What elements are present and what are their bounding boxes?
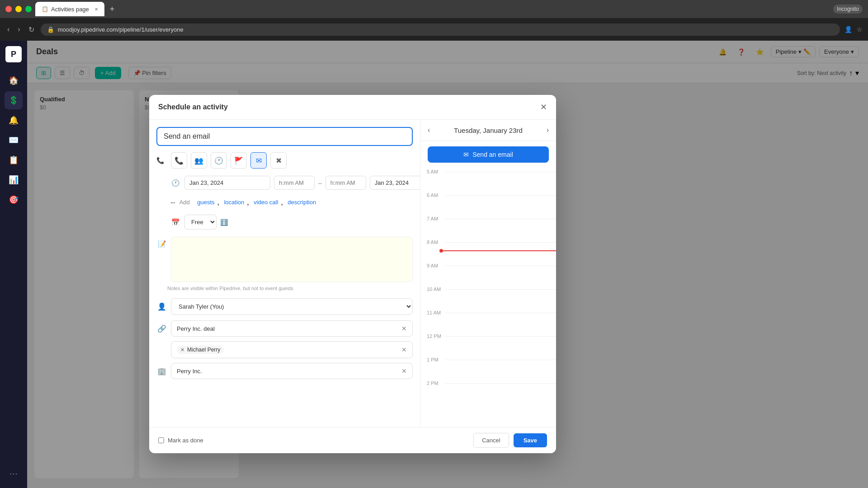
cancel-button[interactable]: Cancel: [473, 433, 509, 448]
type-flag-btn[interactable]: 🚩: [231, 152, 247, 169]
time-line: [445, 172, 556, 172]
tab-close-btn[interactable]: ✕: [94, 7, 98, 12]
window-min-btn[interactable]: [15, 6, 22, 12]
back-btn[interactable]: ‹: [5, 23, 11, 35]
sidebar-item-goals[interactable]: 🎯: [5, 191, 23, 209]
time-label-5am: 5 AM: [427, 168, 445, 174]
link-icon: 🔗: [156, 324, 167, 333]
type-deadline-btn[interactable]: 🕐: [211, 152, 227, 169]
sidebar-item-more[interactable]: ⋯: [5, 465, 23, 483]
extras-add-label: Add: [179, 199, 190, 206]
remove-contact-btn[interactable]: ✕: [180, 347, 184, 353]
end-time-input[interactable]: [326, 176, 366, 190]
busy-select[interactable]: Free Busy: [184, 215, 217, 230]
notes-row: 📝: [156, 237, 413, 282]
sidebar-item-home[interactable]: 🏠: [5, 71, 23, 89]
add-location-link[interactable]: location: [224, 199, 244, 206]
time-label-2pm: 2 PM: [427, 380, 445, 386]
window-controls: [5, 6, 32, 12]
calendar-header: ‹ Tuesday, January 23rd ›: [420, 120, 556, 141]
url-text: moodjoy.pipedrive.com/pipeline/1/user/ev…: [58, 26, 834, 33]
sidebar-item-deals[interactable]: 💲: [5, 91, 23, 109]
add-description-link[interactable]: description: [288, 199, 316, 206]
profile-icon: 👤: [844, 26, 852, 33]
dialog-footer: Mark as done Cancel Save: [149, 427, 556, 453]
dialog-title: Schedule an activity: [158, 103, 228, 111]
start-date-input[interactable]: [184, 176, 270, 190]
notes-hint: Notes are visible within Pipedrive, but …: [156, 286, 413, 291]
time-line: [445, 360, 556, 360]
window-close-btn[interactable]: [5, 6, 12, 12]
type-call-btn[interactable]: 📞: [171, 152, 187, 169]
time-line: [445, 313, 556, 313]
sidebar-item-contacts[interactable]: 📋: [5, 151, 23, 169]
info-icon[interactable]: ℹ️: [220, 219, 228, 226]
forward-btn[interactable]: ›: [16, 23, 22, 35]
time-line: [445, 242, 556, 243]
browser-chrome: 📋 Activities page ✕ + Incognito ‹ › ↻ 🔒 …: [0, 0, 868, 41]
tab-bar: 📋 Activities page ✕ +: [35, 2, 830, 16]
extras-row: ··· Add guests, location, video call, de…: [156, 197, 413, 207]
type-email-btn[interactable]: ✉: [250, 152, 267, 169]
type-meeting-btn[interactable]: 👥: [191, 152, 207, 169]
current-time-line: [441, 250, 556, 251]
busy-row: 📅 Free Busy ℹ️: [156, 215, 413, 230]
assigned-to-select[interactable]: Sarah Tyler (You): [171, 298, 413, 315]
tab-title: Activities page: [51, 6, 89, 13]
schedule-activity-dialog: Schedule an activity ✕ 📞 📞 👥 🕐 🚩 ✉ ✖: [149, 95, 556, 453]
time-line: [445, 289, 556, 290]
notes-textarea[interactable]: [171, 237, 413, 282]
company-row: 🏢 Perry Inc. ✕: [156, 363, 413, 379]
reload-btn[interactable]: ↻: [27, 23, 36, 36]
address-bar[interactable]: 🔒 moodjoy.pipedrive.com/pipeline/1/user/…: [41, 23, 840, 36]
time-slot-8am: 8 AM: [420, 239, 556, 262]
time-label-10am: 10 AM: [427, 286, 445, 292]
start-time-input[interactable]: [274, 176, 315, 190]
add-guests-link[interactable]: guests: [197, 199, 214, 206]
sidebar-item-reports[interactable]: 📊: [5, 171, 23, 189]
send-email-calendar-btn[interactable]: ✉ Send an email: [428, 146, 549, 163]
calendar-next-btn[interactable]: ›: [547, 126, 549, 134]
activity-type-selector: 📞 📞 👥 🕐 🚩 ✉ ✖: [156, 152, 413, 169]
mark-done-checkbox[interactable]: [158, 437, 164, 443]
person-icon: 👤: [156, 302, 167, 311]
company-field[interactable]: Perry Inc. ✕: [171, 363, 413, 379]
end-date-input[interactable]: [370, 176, 420, 190]
activity-title-input[interactable]: [156, 127, 413, 146]
calendar-prev-btn[interactable]: ‹: [428, 126, 430, 134]
active-tab[interactable]: 📋 Activities page ✕: [35, 2, 104, 16]
window-max-btn[interactable]: [25, 6, 32, 12]
dialog-close-btn[interactable]: ✕: [540, 102, 547, 112]
contact-chip: ✕ Michael Perry: [177, 346, 224, 354]
browser-actions: Incognito: [833, 5, 863, 14]
clear-linked-deal-btn[interactable]: ✕: [401, 325, 407, 332]
lock-icon: 🔒: [47, 26, 54, 33]
company-name: Perry Inc.: [177, 368, 202, 375]
dialog-right-panel: ‹ Tuesday, January 23rd › ✉ Send an emai…: [420, 120, 556, 427]
app-logo: P: [5, 46, 22, 62]
add-video-call-link[interactable]: video call: [254, 199, 278, 206]
linked-deal-row: 🔗 Perry Inc. deal ✕: [156, 320, 413, 337]
sidebar-item-email[interactable]: ✉️: [5, 131, 23, 149]
time-slot-1pm: 1 PM: [420, 356, 556, 380]
time-label-8am: 8 AM: [427, 239, 445, 245]
contact-field[interactable]: ✕ Michael Perry ✕: [171, 341, 413, 358]
mark-done-label[interactable]: Mark as done: [168, 437, 203, 444]
clear-contact-btn[interactable]: ✕: [401, 346, 407, 353]
dialog-body: 📞 📞 👥 🕐 🚩 ✉ ✖ 🕐 –: [149, 120, 556, 427]
main-content: Deals 🔔 ❓ ⭐ Pipeline ▾ ✏️ Everyone ▾ ⊞ ☰…: [27, 41, 868, 488]
time-label-11am: 11 AM: [427, 309, 445, 315]
time-slot-5am: 5 AM: [420, 168, 556, 192]
time-slot-12pm: 12 PM: [420, 333, 556, 356]
linked-deal-field[interactable]: Perry Inc. deal ✕: [171, 320, 413, 337]
clear-company-btn[interactable]: ✕: [401, 367, 407, 375]
logo-letter: P: [11, 50, 16, 59]
save-button[interactable]: Save: [514, 433, 547, 447]
contact-name: Michael Perry: [187, 347, 220, 353]
incognito-badge: Incognito: [833, 5, 863, 14]
sidebar-item-activities[interactable]: 🔔: [5, 111, 23, 129]
new-tab-btn[interactable]: +: [106, 3, 118, 16]
time-label-7am: 7 AM: [427, 215, 445, 221]
notes-icon: 📝: [156, 239, 167, 249]
type-close-btn[interactable]: ✖: [270, 152, 287, 169]
